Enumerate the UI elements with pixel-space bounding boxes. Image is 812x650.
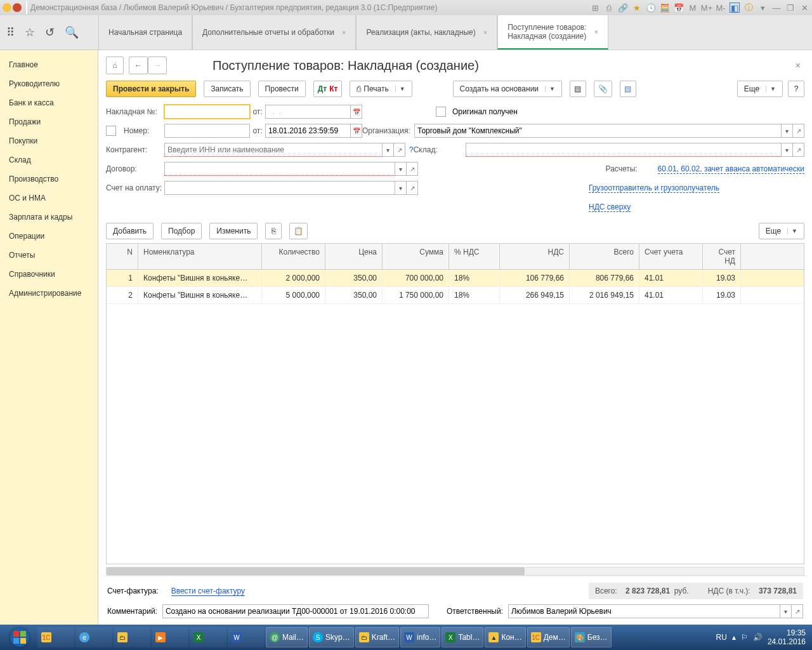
number-field[interactable] — [164, 124, 250, 138]
shipper-link[interactable]: Грузоотправитель и грузополучатель — [589, 183, 719, 193]
task-1c[interactable]: 1C — [37, 627, 74, 647]
start-button[interactable] — [3, 625, 37, 649]
more-button[interactable]: Еще▼ — [737, 81, 783, 97]
task-dem[interactable]: 1CДем… — [527, 627, 570, 647]
sidebar-item-bank[interactable]: Банк и касса — [0, 93, 98, 112]
calendar-icon[interactable]: 📅 — [674, 3, 684, 13]
sidebar-item-main[interactable]: Главное — [0, 55, 98, 74]
m-icon[interactable]: M — [688, 3, 698, 13]
post-button[interactable]: Провести — [258, 81, 306, 97]
save-button[interactable]: Записать — [204, 81, 250, 97]
lang-indicator[interactable]: RU — [716, 633, 727, 642]
table-row[interactable]: 1Конфеты "Вишня в коньяке…2 000,000350,0… — [107, 270, 804, 287]
calendar-icon[interactable]: 📅 — [351, 105, 362, 119]
titlebar-icon[interactable]: ⊞ — [590, 3, 600, 13]
task-ie[interactable]: e — [75, 627, 112, 647]
search-icon[interactable]: 🔍 — [65, 25, 79, 39]
history-icon[interactable]: ↺ — [45, 25, 55, 39]
col-sum[interactable]: Сумма — [383, 244, 449, 269]
sidebar-item-refs[interactable]: Справочники — [0, 265, 98, 284]
apps-icon[interactable]: ⠿ — [6, 25, 15, 39]
clock[interactable]: 19:3524.01.2016 — [768, 628, 806, 647]
create-based-button[interactable]: Создать на основании▼ — [453, 81, 562, 97]
comment-field[interactable] — [162, 604, 429, 618]
dropdown-icon[interactable]: ▾ — [395, 181, 407, 195]
task-player[interactable]: ▶ — [152, 627, 188, 647]
sidebar-item-purchases[interactable]: Покупки — [0, 131, 98, 150]
close-icon[interactable]: × — [342, 29, 346, 36]
dropdown-icon[interactable]: ▾ — [780, 604, 792, 618]
col-n[interactable]: N — [107, 244, 138, 269]
tab-sales[interactable]: Реализация (акты, накладные)× — [356, 15, 497, 50]
tab-reports[interactable]: Дополнительные отчеты и обработки× — [192, 15, 356, 50]
dropdown-icon[interactable]: ▾ — [757, 3, 768, 13]
sidebar-item-payroll[interactable]: Зарплата и кадры — [0, 208, 98, 227]
help-button[interactable]: ? — [788, 81, 804, 97]
table-more-button[interactable]: Еще▼ — [759, 223, 804, 239]
edit-button[interactable]: Изменить — [209, 223, 258, 239]
calc-icon[interactable]: 🧮 — [660, 3, 670, 13]
attach-button[interactable]: 📎 — [594, 81, 612, 97]
warehouse-field[interactable] — [466, 143, 782, 157]
add-button[interactable]: Добавить — [106, 223, 154, 239]
sidebar-item-os[interactable]: ОС и НМА — [0, 189, 98, 208]
col-qty[interactable]: Количество — [262, 244, 325, 269]
task-mail[interactable]: @Mail… — [266, 627, 308, 647]
original-checkbox[interactable] — [436, 107, 446, 117]
tray-up-icon[interactable]: ▴ — [732, 633, 736, 642]
doc-type-icon[interactable] — [106, 126, 116, 136]
star-icon[interactable]: ☆ — [25, 25, 35, 39]
forward-button[interactable]: → — [148, 56, 167, 74]
dt-kt-button[interactable]: ДтКт — [313, 81, 343, 97]
list-button[interactable]: ▤ — [620, 81, 636, 97]
open-icon[interactable]: ↗ — [793, 143, 804, 157]
home-button[interactable]: ⌂ — [106, 56, 124, 74]
info-icon[interactable]: ⓘ — [743, 3, 754, 13]
open-icon[interactable]: ↗ — [394, 143, 405, 157]
dropdown-icon[interactable]: ▾ — [782, 124, 793, 138]
open-icon[interactable]: ↗ — [792, 604, 803, 618]
task-explorer[interactable]: 🗀 — [114, 627, 150, 647]
org-field[interactable] — [414, 124, 782, 138]
panel-icon[interactable]: ◧ — [730, 3, 740, 13]
col-vat[interactable]: НДС — [500, 244, 570, 269]
tab-start[interactable]: Начальная страница — [98, 15, 192, 50]
task-skype[interactable]: SSkyp… — [309, 627, 354, 647]
dropdown-icon[interactable]: ▾ — [395, 162, 407, 176]
post-close-button[interactable]: Провести и закрыть — [106, 81, 196, 97]
calendar-icon[interactable]: 📅 — [351, 124, 362, 138]
col-total[interactable]: Всего — [570, 244, 639, 269]
back-button[interactable]: ← — [129, 56, 148, 74]
contractor-field[interactable] — [164, 143, 383, 157]
doc-date-field[interactable] — [265, 124, 351, 138]
sidebar-item-warehouse[interactable]: Склад — [0, 150, 98, 169]
sidebar-item-sales[interactable]: Продажи — [0, 112, 98, 131]
close-icon[interactable]: × — [796, 60, 801, 70]
task-tabl[interactable]: XTabl… — [442, 627, 483, 647]
copy-button[interactable]: ⎘ — [265, 223, 282, 239]
flag-icon[interactable]: ⚐ — [741, 633, 748, 642]
invoice-no-field[interactable] — [164, 105, 250, 119]
col-acc[interactable]: Счет учета — [639, 244, 703, 269]
responsible-field[interactable] — [508, 604, 780, 618]
sidebar-item-reports[interactable]: Отчеты — [0, 246, 98, 265]
print-button[interactable]: ⎙Печать▼ — [350, 81, 412, 97]
dropdown-icon[interactable]: ▾ — [383, 143, 394, 157]
titlebar-icon[interactable]: ⎙ — [604, 3, 614, 13]
maximize-icon[interactable]: ❐ — [785, 3, 796, 13]
open-icon[interactable]: ↗ — [793, 124, 804, 138]
sidebar-item-operations[interactable]: Операции — [0, 227, 98, 246]
open-icon[interactable]: ↗ — [407, 162, 418, 176]
open-icon[interactable]: ↗ — [407, 181, 418, 195]
minimize-icon[interactable]: — — [771, 3, 782, 13]
vat-link[interactable]: НДС сверху — [589, 202, 631, 212]
col-name[interactable]: Номенклатура — [138, 244, 262, 269]
close-icon[interactable]: ✕ — [799, 3, 809, 13]
paste-button[interactable]: 📋 — [289, 223, 308, 239]
col-acc2[interactable]: Счет НД — [703, 244, 741, 269]
invoice-acc-field[interactable] — [164, 181, 395, 195]
titlebar-icon[interactable]: 🔗 — [618, 3, 628, 13]
task-excel[interactable]: X — [190, 627, 226, 647]
task-kon[interactable]: ▲Кон… — [485, 627, 525, 647]
task-bez[interactable]: 🎨Без… — [571, 627, 612, 647]
